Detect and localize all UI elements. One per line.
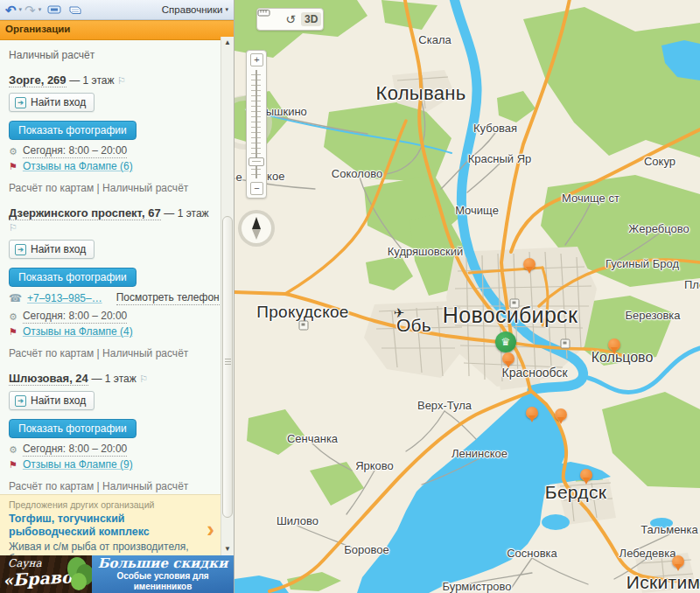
org-address-link[interactable]: Дзержинского проспект, 67 (9, 206, 161, 220)
map-town-label: Ленинское (452, 447, 508, 460)
map-pin-flag-icon[interactable]: ⚐ (117, 75, 126, 86)
map-pin-flag-icon[interactable]: ⚐ (9, 222, 18, 233)
map-town-label: Кубовая (473, 122, 517, 135)
compass-needle-south (252, 229, 261, 240)
redo-button[interactable]: ↷ (24, 3, 36, 17)
pin-tail (526, 267, 533, 274)
app-toolbar: ↶ ▾ ↷ ▾ Справочники ▾ (0, 0, 234, 20)
org-entry: Дзержинского проспект, 67 — 1 этаж ⚐ ➔ Н… (9, 206, 214, 360)
flamp-reviews-link[interactable]: Отзывы на Флампе (6) (23, 160, 133, 173)
map-town-label: Сокур (644, 155, 676, 168)
find-entrance-button[interactable]: ➔ Найти вход (9, 93, 94, 112)
payment-methods-text: Расчёт по картам | Наличный расчёт (9, 182, 214, 195)
map-town-label: Колывань (376, 82, 466, 105)
map-view[interactable]: СкалаКолываньтырышкиноКубоваяКрасный ЯрС… (234, 0, 700, 593)
legend-icon[interactable] (68, 4, 82, 16)
train-station-icon (299, 321, 309, 331)
map-town-label: Боровое (344, 543, 388, 556)
pin-tail (505, 361, 512, 368)
schedule-icon: ⚙ (9, 310, 18, 324)
map-town-label: Ярково (355, 459, 394, 472)
train-station-icon (561, 339, 570, 349)
org-address-link[interactable]: Зорге, 269 (9, 73, 66, 87)
ad-banner-logo: Сауна «Браво» (0, 555, 92, 593)
scrollbar-thumb[interactable] (222, 216, 233, 518)
show-photos-button[interactable]: Показать фотографии (9, 268, 136, 287)
pin-tail (557, 417, 564, 424)
flamp-reviews-link[interactable]: Отзывы на Флампе (9) (23, 458, 133, 471)
selected-org-marker[interactable]: ♛ (495, 331, 516, 352)
map-town-label: Сосновка (507, 547, 557, 560)
map-toolbar: ↺ 3D (256, 8, 324, 31)
map-town-label: Жеребцово (628, 222, 689, 235)
reference-dropdown-label: Справочники (162, 4, 223, 15)
pin-tail (675, 564, 682, 571)
print-icon[interactable] (47, 4, 62, 15)
map-town-label: Тальменка (640, 523, 698, 536)
ruler-icon[interactable] (259, 10, 280, 28)
zoom-out-button[interactable]: − (250, 182, 263, 195)
zoom-handle[interactable] (248, 157, 264, 166)
offers-title: Предложения других организаций (9, 499, 199, 510)
org-address-link[interactable]: Шлюзовая, 24 (9, 372, 88, 386)
offer-org-link[interactable]: Тогфиш, тогучинский рыбоводческий компле… (9, 513, 199, 539)
payment-methods-text: Наличный расчёт (9, 49, 214, 62)
sidebar-panel: ↶ ▾ ↷ ▾ Справочники ▾ Организации Наличн… (0, 0, 234, 593)
scroll-up-icon[interactable]: ▲ (221, 37, 234, 49)
redo-caret-icon[interactable]: ▾ (38, 6, 42, 13)
working-hours-link[interactable]: Сегодня: 8:00 – 20:00 (23, 144, 127, 158)
find-entrance-button[interactable]: ➔ Найти вход (9, 240, 94, 259)
view-phone-link[interactable]: Посмотреть телефон (116, 291, 220, 305)
org-entry: Зорге, 269 — 1 этаж ⚐ ➔ Найти вход Показ… (9, 73, 214, 195)
scroll-down-icon[interactable]: ▼ (221, 543, 234, 555)
reference-dropdown[interactable]: Справочники ▾ (162, 4, 228, 15)
map-town-label: Лебедевка (620, 547, 676, 560)
schedule-icon: ⚙ (9, 145, 18, 158)
zoom-slider[interactable]: + − (246, 50, 267, 199)
map-town-label: Плот (684, 278, 700, 291)
3d-mode-button[interactable]: 3D (301, 12, 321, 26)
map-town-label: Соколово (332, 167, 382, 180)
find-entrance-button[interactable]: ➔ Найти вход (9, 391, 94, 410)
map-town-label: Сенчанка (287, 432, 338, 445)
find-entrance-label: Найти вход (31, 394, 86, 408)
compass-control[interactable] (238, 210, 275, 247)
show-photos-button[interactable]: Показать фотографии (9, 419, 136, 438)
org-floor-text: — 1 этаж (69, 74, 114, 87)
map-town-label: Кольцово (592, 350, 654, 366)
map-town-label: Прокудское (256, 303, 348, 322)
banner-title: Большие скидки (92, 556, 234, 571)
phone-number-link[interactable]: +7–913–985–… (27, 292, 102, 305)
map-town-label: е (235, 171, 242, 184)
flamp-flag-icon: ⚑ (9, 458, 18, 471)
undo-caret-icon[interactable]: ▾ (19, 6, 23, 13)
schedule-icon: ⚙ (9, 443, 18, 457)
map-town-label: Красный Яр (468, 152, 532, 165)
map-town-label: Гусиный Брод (606, 257, 679, 270)
map-overlay: СкалаКолываньтырышкиноКубоваяКрасный ЯрС… (234, 0, 700, 593)
rotate-icon[interactable]: ↺ (280, 10, 301, 28)
org-list: Наличный расчёт Зорге, 269 — 1 этаж ⚐ ➔ … (0, 37, 221, 492)
chevron-right-icon[interactable]: › (206, 518, 214, 541)
map-town-label: Шилово (276, 514, 318, 527)
phone-icon: ☎ (9, 292, 22, 305)
org-floor-text: — 1 этаж (91, 373, 136, 385)
entrance-icon: ➔ (15, 97, 26, 108)
working-hours-link[interactable]: Сегодня: 8:00 – 20:00 (23, 310, 127, 324)
flamp-reviews-link[interactable]: Отзывы на Флампе (4) (23, 325, 133, 338)
sidebar-scrollbar[interactable]: ▲ ▼ (220, 37, 234, 555)
working-hours-link[interactable]: Сегодня: 8:00 – 20:00 (23, 443, 127, 457)
zoom-in-button[interactable]: + (250, 53, 263, 66)
find-entrance-label: Найти вход (31, 243, 86, 256)
show-photos-button[interactable]: Показать фотографии (9, 121, 136, 140)
map-town-label: Скала (418, 33, 451, 46)
chevron-down-icon: ▾ (225, 6, 228, 13)
map-town-label: Бурмистрово (443, 580, 512, 593)
map-town-label: Верх-Тула (417, 399, 472, 412)
other-offers-block[interactable]: Предложения других организаций Тогфиш, т… (0, 494, 221, 555)
entrance-icon: ➔ (15, 395, 26, 407)
birch-branch-icon (66, 555, 92, 593)
ad-banner[interactable]: Сауна «Браво» Большие скидки Особые усло… (0, 555, 234, 593)
undo-button[interactable]: ↶ (5, 3, 17, 17)
map-pin-flag-icon[interactable]: ⚐ (139, 373, 148, 384)
